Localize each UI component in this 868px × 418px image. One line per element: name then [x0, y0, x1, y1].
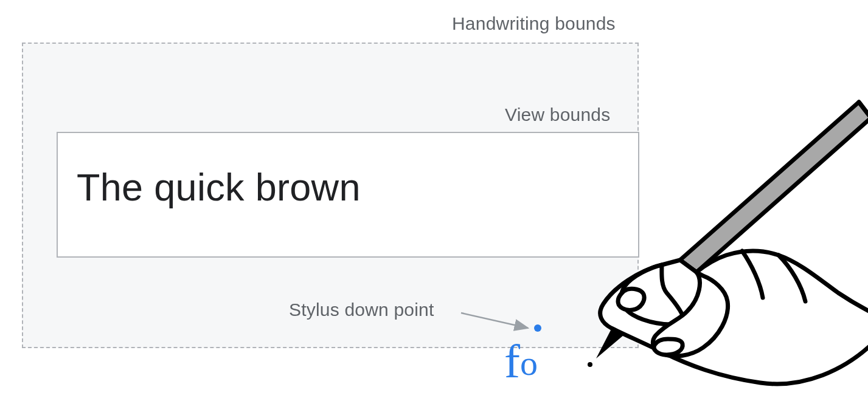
- hand-icon: [600, 251, 868, 384]
- handwriting-glyph-o: o: [520, 346, 538, 381]
- handwriting-stroke: fo: [504, 327, 538, 374]
- diagram-stage: The quick brown Handwriting bounds View …: [0, 0, 868, 418]
- stylus-down-point-dot: [534, 324, 541, 332]
- hand-with-stylus-icon: [560, 85, 868, 401]
- text-input-content: The quick brown: [77, 168, 624, 207]
- handwriting-glyph-f: f: [504, 338, 520, 385]
- svg-marker-1: [680, 102, 868, 272]
- handwriting-bounds-label: Handwriting bounds: [452, 13, 616, 34]
- pen-tip-ink-dot: [588, 362, 592, 367]
- stylus-down-label: Stylus down point: [289, 300, 434, 320]
